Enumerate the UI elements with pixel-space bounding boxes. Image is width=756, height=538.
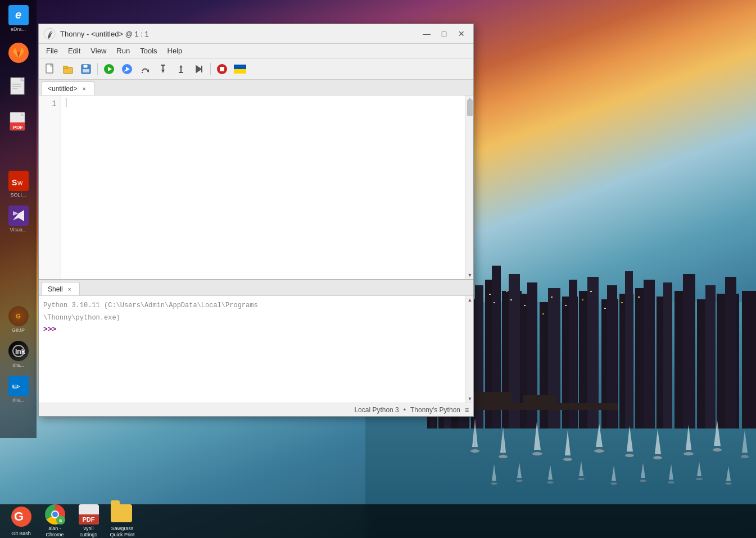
new-file-button[interactable] (42, 61, 58, 77)
folder-app-icon (111, 504, 134, 525)
sidebar-draw-label: dra... (12, 397, 24, 403)
svg-rect-50 (638, 297, 640, 298)
thonny-window: Thonny - <untitled> @ 1 : 1 — □ ✕ File E… (38, 24, 474, 417)
svg-rect-46 (582, 299, 583, 300)
svg-text:Inks: Inks (15, 348, 25, 355)
minimize-button[interactable]: — (419, 26, 434, 41)
folder-label: Sawgrass Quick Print (108, 526, 136, 538)
thonny-logo (43, 28, 56, 40)
step-over-button[interactable] (137, 61, 153, 77)
sidebar-item-gimp[interactable]: G GIMP (3, 304, 34, 335)
taskbar-gitbash[interactable]: G Git Bash (6, 506, 37, 537)
open-file-button[interactable] (60, 61, 76, 77)
flag-button[interactable] (232, 61, 248, 77)
status-separator: • (404, 406, 406, 414)
svg-rect-47 (590, 291, 592, 292)
cursor-line (66, 98, 461, 107)
svg-marker-129 (161, 70, 165, 73)
chrome-badge: a (56, 516, 65, 525)
gitlab-icon (8, 43, 29, 63)
editor-area: <untitled> × 1 ▲ ▼ (39, 80, 473, 279)
title-controls: — □ ✕ (419, 26, 469, 41)
sidebar-item-solidworks[interactable]: S W SOLI... (3, 168, 34, 199)
title-bar-left: Thonny - <untitled> @ 1 : 1 (43, 28, 149, 40)
svg-text:S: S (12, 178, 17, 187)
pdf-app-icon: PDF (79, 504, 99, 525)
close-button[interactable]: ✕ (454, 26, 469, 41)
shell-tab-close[interactable]: × (66, 285, 74, 293)
line-number-1: 1 (43, 98, 56, 110)
resume-button[interactable] (191, 61, 207, 77)
solidworks-icon: S W (8, 171, 29, 191)
shell-scroll-arrow-down[interactable]: ▼ (466, 395, 473, 403)
sidebar-item-edrawings[interactable]: e eDra... (3, 3, 34, 34)
chrome-icon-wrapper: a (45, 504, 65, 525)
scrollbar-thumb[interactable] (467, 99, 473, 116)
shell-area: Shell × Python 3.10.11 (C:\Users\Admin\A… (39, 279, 473, 403)
taskbar-sawgrass[interactable]: Sawgrass Quick Print (107, 506, 138, 537)
maximize-button[interactable]: □ (437, 26, 451, 41)
menu-run[interactable]: Run (112, 45, 134, 56)
menu-help[interactable]: Help (163, 45, 187, 56)
taskbar-alan-chrome[interactable]: a alan - Chrome (39, 506, 70, 537)
sidebar-item-file1[interactable] (3, 72, 34, 103)
scrollbar-arrow-down[interactable]: ▼ (466, 271, 473, 279)
debug-button[interactable] (119, 61, 135, 77)
svg-text:G: G (14, 509, 24, 523)
tab-close-button[interactable]: × (80, 85, 88, 93)
sidebar-item-gitlab[interactable] (3, 38, 34, 69)
toolbar (39, 58, 473, 80)
draw-icon: ✏ (8, 376, 29, 396)
sidebar-item-draw[interactable]: ✏ dra... (3, 373, 34, 404)
sidebar-item-visual-studio[interactable]: Visua... (3, 203, 34, 234)
untitled-tab[interactable]: <untitled> × (42, 81, 94, 95)
shell-scroll-arrow-up[interactable]: ▲ (466, 296, 473, 304)
svg-rect-119 (83, 65, 88, 68)
tab-label: <untitled> (48, 85, 78, 93)
step-out-button[interactable] (173, 61, 189, 77)
taskbar-vynil[interactable]: PDF vynil cutting1 (73, 506, 104, 537)
document-icon-1 (8, 77, 29, 98)
editor-tab-bar: <untitled> × (39, 80, 473, 95)
interpreter-label: Local Python 3 (354, 406, 399, 414)
menu-view[interactable]: View (86, 45, 111, 56)
pdf-sidebar-icon: PDF (8, 112, 29, 133)
text-cursor (66, 98, 66, 107)
sidebar-edrawings-label: eDra... (11, 26, 26, 32)
editor-scrollbar[interactable]: ▲ ▼ (465, 95, 473, 279)
inkscape-icon: Inks (8, 341, 29, 361)
status-menu-icon[interactable]: ≡ (465, 406, 469, 414)
line-numbers: 1 (39, 95, 61, 279)
svg-rect-137 (220, 67, 224, 71)
code-editor[interactable]: 1 ▲ ▼ (39, 95, 473, 279)
gitbash-icon-wrapper: G (11, 506, 32, 530)
shell-tab-label: Shell (48, 285, 63, 293)
menu-file[interactable]: File (42, 45, 62, 56)
svg-rect-138 (234, 65, 246, 69)
stop-button[interactable] (214, 61, 230, 77)
menu-edit[interactable]: Edit (64, 45, 85, 56)
shell-info-line1: Python 3.10.11 (C:\Users\Admin\AppData\L… (43, 300, 454, 311)
step-into-button[interactable] (155, 61, 171, 77)
shell-content[interactable]: Python 3.10.11 (C:\Users\Admin\AppData\L… (39, 296, 465, 403)
sidebar-item-inkscape[interactable]: Inks dra... (3, 339, 34, 370)
python-version-label: Thonny's Python (410, 406, 460, 414)
svg-text:✏: ✏ (12, 381, 20, 393)
status-bar: Local Python 3 • Thonny's Python ≡ (39, 403, 473, 416)
menu-bar: File Edit View Run Tools Help (39, 44, 473, 58)
edrawings-icon: e (8, 5, 29, 25)
gitbash-label: Git Bash (11, 531, 31, 537)
shell-scrollbar[interactable]: ▲ ▼ (465, 296, 473, 403)
save-file-button[interactable] (78, 61, 94, 77)
sidebar-item-pdf[interactable]: PDF (3, 107, 34, 138)
shell-tab[interactable]: Shell × (42, 282, 80, 295)
sidebar-inkscape-label: dra... (12, 362, 24, 368)
svg-rect-44 (551, 297, 553, 298)
shell-info-line2: \Thonny\python.exe) (43, 313, 454, 323)
chrome-label: alan - Chrome (41, 526, 69, 538)
menu-tools[interactable]: Tools (135, 45, 161, 56)
title-bar: Thonny - <untitled> @ 1 : 1 — □ ✕ (39, 24, 473, 44)
svg-rect-41 (510, 299, 512, 300)
code-content[interactable] (61, 95, 465, 279)
run-button[interactable] (101, 61, 117, 77)
